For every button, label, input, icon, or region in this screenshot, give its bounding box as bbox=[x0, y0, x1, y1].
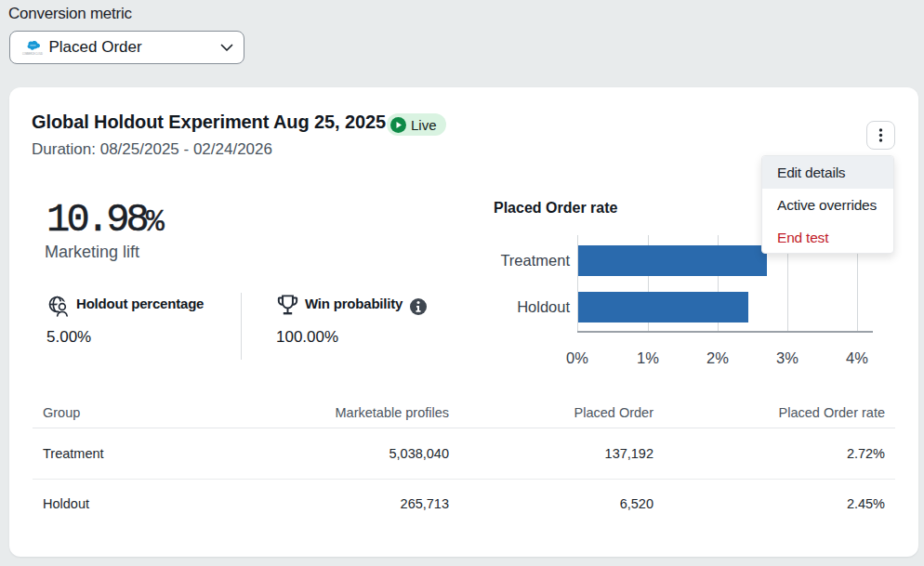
svg-text:COMMERCE CLOUD: COMMERCE CLOUD bbox=[22, 52, 43, 56]
